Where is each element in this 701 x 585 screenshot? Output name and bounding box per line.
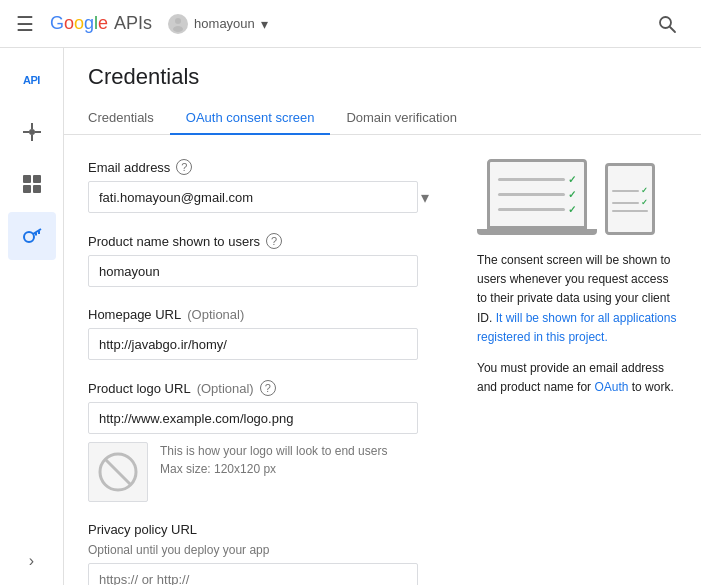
toggle-icon: ›	[29, 552, 34, 570]
search-button[interactable]	[649, 6, 685, 42]
email-select-wrapper: fati.homayoun@gmail.com ▾	[88, 181, 437, 213]
sidebar-toggle[interactable]: ›	[8, 545, 56, 577]
main-content: Email address ? fati.homayoun@gmail.com …	[64, 135, 701, 585]
email-select-arrow-icon: ▾	[421, 188, 429, 207]
product-name-field-group: Product name shown to users ?	[88, 233, 437, 287]
privacy-url-label: Privacy policy URL	[88, 522, 437, 537]
product-name-input[interactable]	[88, 255, 418, 287]
phone-frame: ✓ ✓	[605, 163, 655, 235]
logo-url-field-group: Product logo URL (Optional) ?	[88, 380, 437, 502]
account-icon	[168, 14, 188, 34]
form-section: Email address ? fati.homayoun@gmail.com …	[88, 159, 437, 561]
svg-rect-11	[23, 185, 31, 193]
email-field-group: Email address ? fati.homayoun@gmail.com …	[88, 159, 437, 213]
sidebar-item-credentials[interactable]	[8, 212, 56, 260]
logo-url-help-icon[interactable]: ?	[260, 380, 276, 396]
laptop-frame: ✓ ✓ ✓	[487, 159, 587, 229]
google-logo: Google APIs	[50, 13, 152, 34]
phone-line-3	[612, 210, 648, 212]
phone-check-1: ✓	[641, 186, 648, 195]
check-icon-3: ✓	[568, 204, 576, 215]
laptop-wrapper: ✓ ✓ ✓	[477, 159, 597, 235]
info-panel: ✓ ✓ ✓	[477, 159, 677, 561]
account-name: homayoun	[194, 16, 255, 31]
phone-row-2: ✓	[612, 198, 648, 207]
phone-row-1: ✓	[612, 186, 648, 195]
screen-line-3	[498, 208, 565, 211]
email-select[interactable]: fati.homayoun@gmail.com	[88, 181, 418, 213]
product-name-help-icon[interactable]: ?	[266, 233, 282, 249]
tabs: Credentials OAuth consent screen Domain …	[88, 102, 677, 134]
svg-rect-10	[33, 175, 41, 183]
info-text-1: The consent screen will be shown to user…	[477, 251, 677, 347]
product-name-label: Product name shown to users ?	[88, 233, 437, 249]
main-layout: API › Credentials Credentials OAuth cons…	[0, 48, 701, 585]
svg-point-2	[660, 17, 671, 28]
logo-hint: This is how your logo will look to end u…	[160, 442, 387, 478]
svg-rect-12	[33, 185, 41, 193]
sidebar-item-hub[interactable]	[8, 108, 56, 156]
laptop-base	[477, 229, 597, 235]
sidebar-item-dashboard[interactable]	[8, 160, 56, 208]
phone-row-3	[612, 210, 648, 212]
logo-text: Google	[50, 13, 108, 34]
logo-preview-box	[88, 442, 148, 502]
logo-url-input[interactable]	[88, 402, 418, 434]
content-area: Credentials Credentials OAuth consent sc…	[64, 48, 701, 585]
homepage-url-label: Homepage URL (Optional)	[88, 307, 437, 322]
info-link-1[interactable]: It will be shown for all applications re…	[477, 311, 676, 344]
screen-line-2	[498, 193, 565, 196]
devices-illustration: ✓ ✓ ✓	[477, 159, 677, 235]
apis-label: APIs	[114, 13, 152, 34]
email-help-icon[interactable]: ?	[176, 159, 192, 175]
screen-row-1: ✓	[498, 174, 576, 185]
homepage-url-input[interactable]	[88, 328, 418, 360]
page-header: Credentials Credentials OAuth consent sc…	[64, 48, 701, 135]
privacy-url-field-group: Privacy policy URL Optional until you de…	[88, 522, 437, 585]
info-text-2: You must provide an email address and pr…	[477, 359, 677, 397]
email-label: Email address ?	[88, 159, 437, 175]
tab-oauth[interactable]: OAuth consent screen	[170, 102, 331, 135]
api-label: API	[23, 74, 40, 86]
check-icon-1: ✓	[568, 174, 576, 185]
tab-credentials[interactable]: Credentials	[88, 102, 170, 135]
logo-preview-row: This is how your logo will look to end u…	[88, 442, 437, 502]
tab-domain[interactable]: Domain verification	[330, 102, 473, 135]
privacy-url-input[interactable]	[88, 563, 418, 585]
topbar: ☰ Google APIs homayoun ▾	[0, 0, 701, 48]
svg-line-18	[106, 460, 130, 484]
svg-rect-9	[23, 175, 31, 183]
screen-row-2: ✓	[498, 189, 576, 200]
menu-icon[interactable]: ☰	[16, 12, 34, 36]
svg-point-1	[173, 26, 183, 32]
phone-line-2	[612, 202, 639, 204]
logo-url-label: Product logo URL (Optional) ?	[88, 380, 437, 396]
sidebar: API ›	[0, 48, 64, 585]
page-title: Credentials	[88, 64, 677, 90]
svg-point-4	[29, 129, 35, 135]
screen-row-3: ✓	[498, 204, 576, 215]
phone-line-1	[612, 190, 639, 192]
account-dropdown-icon[interactable]: ▾	[261, 16, 268, 32]
account-selector[interactable]: homayoun ▾	[168, 14, 268, 34]
phone-check-2: ✓	[641, 198, 648, 207]
check-icon-2: ✓	[568, 189, 576, 200]
privacy-url-sublabel: Optional until you deploy your app	[88, 543, 437, 557]
homepage-url-field-group: Homepage URL (Optional)	[88, 307, 437, 360]
svg-point-13	[24, 232, 34, 242]
svg-point-0	[175, 18, 181, 24]
oauth-link[interactable]: OAuth	[594, 380, 628, 394]
screen-line-1	[498, 178, 565, 181]
sidebar-item-api[interactable]: API	[8, 56, 56, 104]
svg-line-3	[670, 27, 675, 32]
